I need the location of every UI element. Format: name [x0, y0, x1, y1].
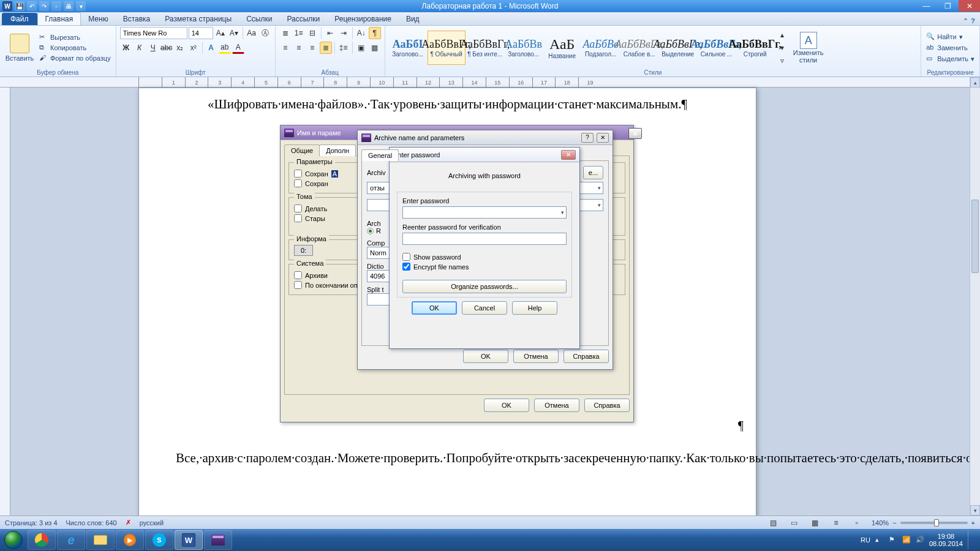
numbering-icon[interactable]: 1≡	[293, 27, 305, 39]
password-cancel-button[interactable]: Cancel	[462, 301, 507, 315]
scroll-down-icon[interactable]: ▾	[970, 505, 980, 515]
mid-close-icon[interactable]: ✕	[597, 133, 609, 143]
tray-arrow-icon[interactable]: ▴	[875, 536, 884, 544]
mid-cancel-button[interactable]: Отмена	[513, 350, 559, 363]
format-painter-button[interactable]: 🖌Формат по образцу	[38, 53, 112, 63]
status-page[interactable]: Страница: 3 из 4	[5, 519, 58, 527]
multilevel-icon[interactable]: ⊟	[306, 27, 318, 39]
font-size-select[interactable]: 14	[189, 27, 213, 39]
zoom-value[interactable]: 140%	[872, 519, 889, 527]
taskbar-explorer[interactable]	[86, 530, 115, 550]
bullets-icon[interactable]: ≣	[279, 27, 292, 39]
font-color-icon[interactable]: A	[232, 42, 244, 54]
view-print-layout-icon[interactable]: ▤	[767, 517, 780, 529]
taskbar-word[interactable]: W	[175, 530, 203, 550]
style-subtle-emphasis[interactable]: АаБбВвГг,Слабое в...	[620, 31, 658, 65]
password-help-button[interactable]: Help	[512, 301, 557, 315]
tray-flag-icon[interactable]: ⚑	[889, 536, 897, 544]
enter-password-input[interactable]	[402, 206, 567, 219]
align-center-icon[interactable]: ≡	[293, 42, 305, 54]
scroll-up-icon[interactable]: ▴	[970, 77, 980, 88]
horizontal-ruler[interactable]: 12345678910111213141516171819	[0, 77, 970, 88]
tray-network-icon[interactable]: 📶	[902, 536, 911, 544]
shrink-font-icon[interactable]: A▾	[228, 27, 240, 39]
tray-clock[interactable]: 19:08 08.09.2014	[929, 533, 963, 547]
spellcheck-icon[interactable]: ✗	[126, 519, 131, 527]
styles-row-up-icon[interactable]: ▴	[776, 29, 788, 41]
subscript-button[interactable]: x₂	[174, 42, 186, 54]
minimize-button[interactable]: —	[916, 0, 937, 12]
strike-button[interactable]: abc	[160, 42, 173, 54]
view-web-icon[interactable]: ▦	[809, 517, 821, 529]
style-subtitle[interactable]: АаБбВвПодзагол...	[582, 31, 620, 65]
mid-ok-button[interactable]: OK	[463, 350, 508, 363]
decrease-indent-icon[interactable]: ⇤	[324, 27, 336, 39]
line-spacing-icon[interactable]: ‡≡	[337, 42, 350, 54]
tab-insert[interactable]: Вставка	[116, 13, 158, 25]
highlight-icon[interactable]: ab	[219, 42, 231, 54]
tab-page-layout[interactable]: Разметка страницы	[157, 13, 239, 25]
tab-review[interactable]: Рецензирование	[327, 13, 399, 25]
tray-volume-icon[interactable]: 🔊	[916, 536, 924, 544]
font-name-select[interactable]: Times New Ro	[120, 27, 187, 39]
back-help-button[interactable]: Справка	[584, 399, 630, 412]
align-justify-icon[interactable]: ≣	[320, 42, 332, 54]
mid-help-button[interactable]: Справка	[564, 350, 609, 363]
mid-tab-general[interactable]: General	[361, 149, 399, 161]
back-tab-general[interactable]: Общие	[284, 144, 320, 156]
scroll-thumb[interactable]	[971, 200, 979, 273]
increase-indent-icon[interactable]: ⇥	[337, 27, 350, 39]
maximize-button[interactable]: ❐	[937, 0, 959, 12]
view-draft-icon[interactable]: ▫	[851, 517, 863, 529]
ribbon-minimize-icon[interactable]: ⌃	[963, 17, 968, 25]
taskbar-chrome[interactable]	[28, 530, 56, 550]
bold-button[interactable]: Ж	[120, 42, 132, 54]
tab-home[interactable]: Главная	[37, 12, 81, 25]
styles-more-icon[interactable]: ▿	[776, 54, 788, 67]
change-styles-button[interactable]: A Изменить стили	[789, 28, 828, 68]
mid-help-icon[interactable]: ?	[581, 133, 594, 143]
borders-icon[interactable]: ▦	[369, 42, 381, 54]
file-tab[interactable]: Файл	[2, 13, 37, 25]
tab-menu[interactable]: Меню	[81, 13, 115, 25]
style-title[interactable]: АаБНазвание	[543, 31, 581, 65]
tab-mailings[interactable]: Рассылки	[279, 13, 327, 25]
back-cancel-button[interactable]: Отмена	[534, 399, 579, 412]
zoom-in-icon[interactable]: +	[971, 519, 975, 527]
styles-row-down-icon[interactable]: ▾	[776, 42, 788, 54]
tab-view[interactable]: Вид	[399, 13, 427, 25]
grow-font-icon[interactable]: A▴	[214, 27, 227, 39]
vertical-ruler[interactable]	[0, 88, 10, 527]
help-icon[interactable]: ?	[971, 17, 975, 25]
zoom-slider[interactable]	[900, 522, 968, 524]
tray-language[interactable]: RU	[861, 536, 870, 544]
back-ok-button[interactable]: OK	[484, 399, 529, 412]
show-desktop-button[interactable]	[968, 531, 974, 549]
status-words[interactable]: Число слов: 640	[66, 519, 117, 527]
view-outline-icon[interactable]: ≡	[830, 517, 842, 529]
back-tab-advanced[interactable]: Дополн	[319, 144, 356, 156]
show-marks-icon[interactable]: ¶	[369, 27, 381, 39]
taskbar-winrar[interactable]	[204, 530, 232, 550]
zoom-out-icon[interactable]: −	[892, 519, 896, 527]
copy-button[interactable]: ⧉Копировать	[38, 43, 112, 53]
replace-button[interactable]: abЗаменить	[925, 43, 976, 53]
align-left-icon[interactable]: ≡	[279, 42, 292, 54]
find-button[interactable]: 🔍Найти ▾	[925, 32, 976, 42]
change-case-icon[interactable]: Aa	[246, 27, 258, 39]
underline-button[interactable]: Ч	[147, 42, 159, 54]
password-ok-button[interactable]: OK	[412, 301, 457, 315]
align-right-icon[interactable]: ≡	[306, 42, 318, 54]
taskbar-skype[interactable]: S	[145, 530, 173, 550]
winrar-back-close-icon[interactable]: ✕	[628, 128, 642, 139]
mid-browse-button[interactable]: e...	[583, 166, 603, 179]
superscript-button[interactable]: x²	[187, 42, 200, 54]
text-effects-icon[interactable]: A	[205, 42, 217, 54]
show-password-check[interactable]: Show password	[402, 253, 567, 261]
select-button[interactable]: ▭Выделить ▾	[925, 54, 976, 64]
style-heading2[interactable]: АаБбВвЗаголово...	[505, 31, 543, 65]
close-button[interactable]: ✕	[959, 0, 980, 12]
cut-button[interactable]: ✂Вырезать	[38, 32, 112, 42]
encrypt-names-check[interactable]: Encrypt file names	[402, 263, 567, 271]
reenter-password-input[interactable]	[402, 233, 567, 245]
